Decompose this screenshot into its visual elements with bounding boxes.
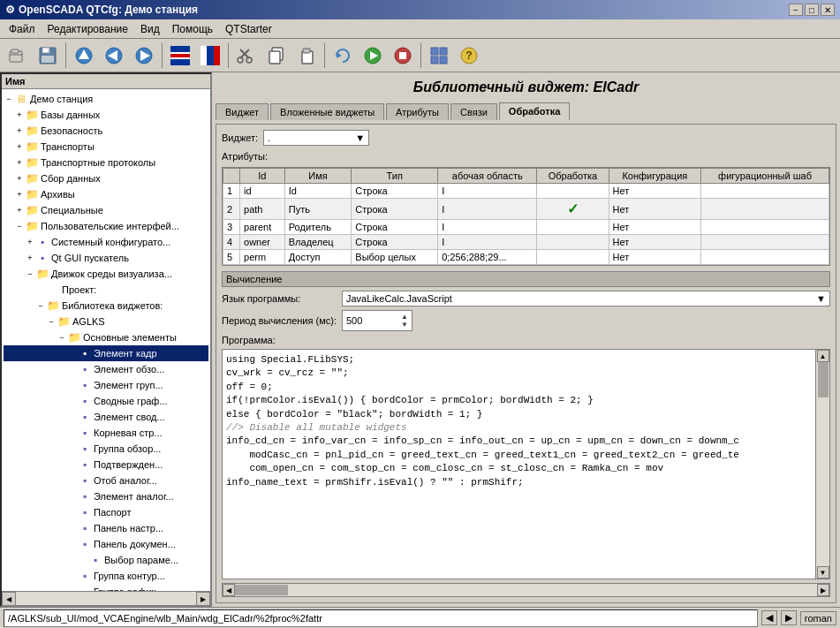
hscroll-right-btn[interactable]: ▶ <box>817 584 829 596</box>
tree-toggle-icon[interactable]: + <box>14 174 25 183</box>
menu-help[interactable]: Помощь <box>167 21 218 37</box>
tree-toggle-icon[interactable]: − <box>35 301 46 310</box>
lang-dropdown[interactable]: JavaLikeCalc.JavaScript ▼ <box>342 291 830 306</box>
toolbar-flag1-btn[interactable] <box>166 42 194 70</box>
tree-item[interactable]: ▪Сводные граф... <box>4 393 208 409</box>
tree-toggle-icon[interactable]: + <box>14 158 25 167</box>
tree-item[interactable]: ▪Группа обзор... <box>4 441 208 457</box>
tree-item[interactable]: ▪Отоб аналог... <box>4 473 208 488</box>
tree-item-label: Безопасность <box>41 125 102 136</box>
widget-selector-dropdown[interactable]: . ▼ <box>263 130 369 146</box>
vscroll-thumb[interactable] <box>818 362 829 397</box>
tree-scroll-left[interactable]: ◀ <box>2 592 16 606</box>
tree-toggle-icon[interactable]: − <box>57 333 67 342</box>
tree-toggle-icon[interactable]: − <box>14 222 25 231</box>
maximize-button[interactable]: □ <box>805 4 819 16</box>
tree-item[interactable]: +📁Транспорты <box>4 139 208 155</box>
table-row[interactable]: 4ownerВладелецСтрокаIНет <box>223 235 829 250</box>
menu-file[interactable]: Файл <box>4 21 41 37</box>
vscroll-down-btn[interactable]: ▼ <box>817 566 829 579</box>
toolbar-save-btn[interactable] <box>34 42 62 70</box>
tree-item[interactable]: ▪Панель настр... <box>4 520 208 536</box>
tree-toggle-icon[interactable]: + <box>14 142 25 151</box>
tree-item-label: Сводные граф... <box>94 396 168 406</box>
tree-item[interactable]: −📁Движок среды визуализа... <box>4 266 208 282</box>
menu-edit[interactable]: Редактирование <box>42 21 133 37</box>
tree-toggle-icon[interactable]: + <box>14 126 25 135</box>
tree-item[interactable]: +▪Системный конфигурато... <box>4 234 208 250</box>
tab-обработка[interactable]: Обработка <box>499 102 570 120</box>
tree-item[interactable]: −📁Основные элементы <box>4 329 208 345</box>
tree-item[interactable]: +📁Безопасность <box>4 123 208 139</box>
tree-item[interactable]: −📁AGLKS <box>4 314 208 329</box>
close-button[interactable]: ✕ <box>821 4 835 16</box>
tree-item[interactable]: −📁Библиотека виджетов: <box>4 298 208 314</box>
toolbar-open-btn[interactable] <box>4 42 32 70</box>
tree-toggle-icon[interactable]: + <box>25 238 35 246</box>
tab-атрибуты[interactable]: Атрибуты <box>386 103 449 120</box>
tree-item[interactable]: ▪Группа контур... <box>4 568 208 584</box>
tree-item[interactable]: ▪Элемент кадр <box>4 345 208 361</box>
toolbar-up-btn[interactable] <box>70 42 98 70</box>
status-user-btn[interactable]: roman <box>800 611 836 625</box>
tree-item[interactable]: ▪Подтвержден... <box>4 457 208 473</box>
toolbar-paste-btn[interactable] <box>292 42 321 70</box>
tree-item[interactable]: +📁Транспортные протоколы <box>4 155 208 170</box>
toolbar-forward-btn[interactable] <box>130 42 158 70</box>
toolbar-copy-btn[interactable] <box>262 42 291 70</box>
tree-item[interactable]: ▪Группа рафик... <box>4 584 208 591</box>
tree-item[interactable]: −📁Пользовательские интерфей... <box>4 218 208 234</box>
toolbar-stop-btn[interactable] <box>389 42 417 70</box>
tree-item[interactable]: +▪Qt GUI пускатель <box>4 250 208 266</box>
tree-item[interactable]: +📁Сбор данных <box>4 170 208 186</box>
hscroll-thumb[interactable] <box>235 585 288 595</box>
hscroll-left-btn[interactable]: ◀ <box>223 584 235 596</box>
table-row[interactable]: 1idIdСтрокаIНет <box>223 184 829 199</box>
tree-scroll-right[interactable]: ▶ <box>196 592 210 606</box>
minimize-button[interactable]: − <box>789 4 803 16</box>
tree-item[interactable]: Проект: <box>4 282 208 298</box>
tree-toggle-icon[interactable]: + <box>14 206 25 215</box>
tree-toggle-icon[interactable]: + <box>14 110 25 119</box>
tree-toggle-icon[interactable]: + <box>25 253 35 262</box>
toolbar-run-btn[interactable] <box>359 42 387 70</box>
tree-item[interactable]: −🖥Демо станция <box>4 91 208 107</box>
tree-item[interactable]: ▪Элемент обзо... <box>4 361 208 377</box>
tree-item[interactable]: +📁Специальные <box>4 202 208 218</box>
table-row[interactable]: 5permДоступВыбор целых0;256;288;29...Нет <box>223 250 829 265</box>
tree-toggle-icon[interactable]: − <box>4 95 14 103</box>
tree-item[interactable]: ▪Корневая стр... <box>4 425 208 441</box>
tree-item[interactable]: ▪Паспорт <box>4 504 208 520</box>
toolbar-flag2-btn[interactable] <box>196 42 224 70</box>
program-container[interactable]: using Special.FLibSYS;cv_wrk = cv_rcz = … <box>223 350 815 579</box>
menu-qtstarter[interactable]: QTStarter <box>220 21 277 37</box>
spin-down-icon[interactable]: ▼ <box>401 321 408 329</box>
tree-item[interactable]: +📁Базы данных <box>4 107 208 123</box>
tree-toggle-icon[interactable]: − <box>46 317 57 326</box>
vscroll-up-btn[interactable]: ▲ <box>817 350 829 362</box>
toolbar-back-btn[interactable] <box>100 42 128 70</box>
tab-связи[interactable]: Связи <box>450 103 497 120</box>
tree-item[interactable]: ▪Элемент свод... <box>4 409 208 425</box>
tab-вложенные-виджеты[interactable]: Вложенные виджеты <box>270 103 384 120</box>
table-cell: I <box>438 184 537 199</box>
tab-виджет[interactable]: Виджет <box>216 103 269 120</box>
menu-view[interactable]: Вид <box>135 21 165 37</box>
table-row[interactable]: 2pathПутьСтрокаI✓Нет <box>223 199 829 220</box>
toolbar-refresh-btn[interactable] <box>329 42 357 70</box>
tree-toggle-icon[interactable]: − <box>25 269 35 278</box>
table-row[interactable]: 3parentРодительСтрокаIНет <box>223 220 829 235</box>
tree-item[interactable]: +📁Архивы <box>4 186 208 202</box>
tree-item[interactable]: ▪Выбор параме... <box>4 552 208 568</box>
status-scroll-right[interactable]: ▶ <box>781 610 797 625</box>
spin-up-icon[interactable]: ▲ <box>401 313 408 321</box>
toolbar-settings-btn[interactable] <box>425 42 453 70</box>
status-scroll-left[interactable]: ◀ <box>761 610 777 625</box>
period-input[interactable]: 500 ▲ ▼ <box>342 310 412 331</box>
tree-item[interactable]: ▪Панель докумен... <box>4 536 208 552</box>
tree-item[interactable]: ▪Элемент груп... <box>4 377 208 393</box>
toolbar-help-btn[interactable]: ? <box>455 42 483 70</box>
tree-toggle-icon[interactable]: + <box>14 190 25 199</box>
tree-item[interactable]: ▪Элемент аналог... <box>4 488 208 504</box>
toolbar-cut-btn[interactable] <box>232 42 261 70</box>
